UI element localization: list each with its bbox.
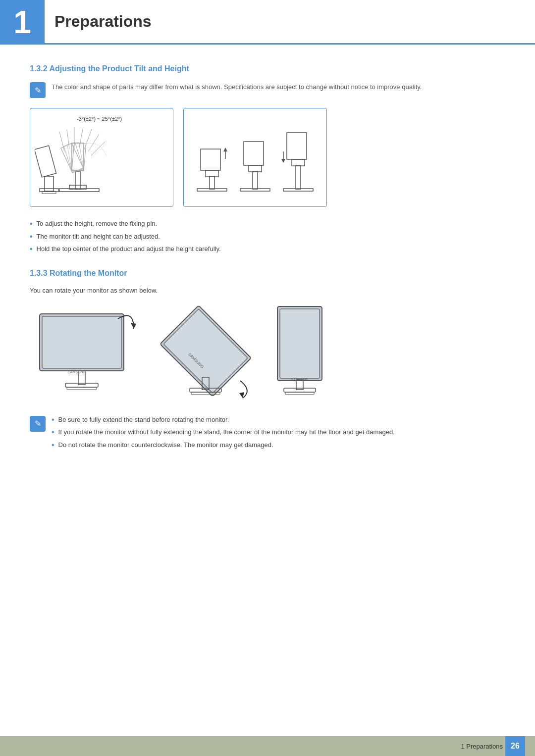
bullet-132-3: Hold the top center of the product and a… <box>30 244 505 254</box>
svg-rect-23 <box>201 149 220 170</box>
bullet-133-2: If you rotate the monitor without fully … <box>52 427 395 437</box>
rotate-monitor-3: SAMSUNG <box>268 304 337 403</box>
bullet-133-1: Be sure to fully extend the stand before… <box>52 415 395 425</box>
svg-rect-31 <box>296 165 301 189</box>
rotate-monitor-2: SAMSUNG <box>151 304 260 403</box>
bullets-132: To adjust the height, remove the fixing … <box>30 219 505 254</box>
tilt-diagrams-row: -3°(±2°) ~ 25°(±2°) <box>30 108 505 207</box>
tilt-diagram: -3°(±2°) ~ 25°(±2°) <box>30 108 173 207</box>
bullets-133: Be sure to fully extend the stand before… <box>52 415 395 453</box>
page-number: 26 <box>505 736 525 756</box>
svg-rect-44 <box>163 309 248 393</box>
note-icon-133 <box>30 416 46 432</box>
svg-rect-33 <box>287 133 307 159</box>
svg-marker-25 <box>223 148 227 151</box>
note-icon <box>30 82 46 98</box>
note-text-132: The color and shape of parts may differ … <box>52 82 422 93</box>
chapter-title: Preparations <box>54 12 152 31</box>
svg-rect-21 <box>210 176 214 189</box>
page-footer: 1 Preparations 26 <box>0 736 535 756</box>
svg-rect-19 <box>35 146 56 177</box>
svg-rect-28 <box>249 165 262 172</box>
section-132: 1.3.2 Adjusting the Product Tilt and Hei… <box>30 64 505 254</box>
chapter-title-area: Preparations <box>45 0 535 45</box>
bullet-133-3: Do not rotate the monitor counterclockwi… <box>52 440 395 450</box>
svg-rect-27 <box>253 171 258 189</box>
note-bullets-133: Be sure to fully extend the stand before… <box>30 415 505 453</box>
svg-rect-32 <box>292 159 305 166</box>
svg-line-13 <box>84 129 92 149</box>
section-133-heading: 1.3.3 Rotating the Monitor <box>30 269 505 278</box>
chapter-header: 1 Preparations <box>0 0 535 45</box>
svg-rect-51 <box>280 309 320 378</box>
svg-marker-35 <box>281 159 285 163</box>
svg-rect-54 <box>284 388 316 392</box>
rotate-monitor-1: SAMSUNG <box>30 304 144 403</box>
rotate-diagrams-row: SAMSUNG SAMS <box>30 304 505 403</box>
svg-rect-2 <box>75 171 80 189</box>
svg-rect-40 <box>65 383 98 387</box>
svg-text:-3°(±2°) ~ 25°(±2°): -3°(±2°) ~ 25°(±2°) <box>77 116 122 122</box>
note-box-132: The color and shape of parts may differ … <box>30 82 505 98</box>
svg-rect-29 <box>244 142 264 165</box>
bullet-132-2: The monitor tilt and height can be adjus… <box>30 232 505 242</box>
section-133-intro: You can rotate your monitor as shown bel… <box>30 287 505 294</box>
svg-rect-22 <box>206 170 218 177</box>
svg-line-9 <box>59 132 64 151</box>
main-content: 1.3.2 Adjusting the Product Tilt and Hei… <box>0 64 535 482</box>
svg-marker-42 <box>131 323 136 329</box>
chapter-number: 1 <box>0 0 45 45</box>
height-diagram <box>183 108 327 207</box>
section-132-heading: 1.3.2 Adjusting the Product Tilt and Hei… <box>30 64 505 73</box>
bullet-132-1: To adjust the height, remove the fixing … <box>30 219 505 229</box>
svg-rect-37 <box>42 316 121 368</box>
footer-text: 1 Preparations <box>461 743 503 750</box>
section-133: 1.3.3 Rotating the Monitor You can rotat… <box>30 269 505 453</box>
